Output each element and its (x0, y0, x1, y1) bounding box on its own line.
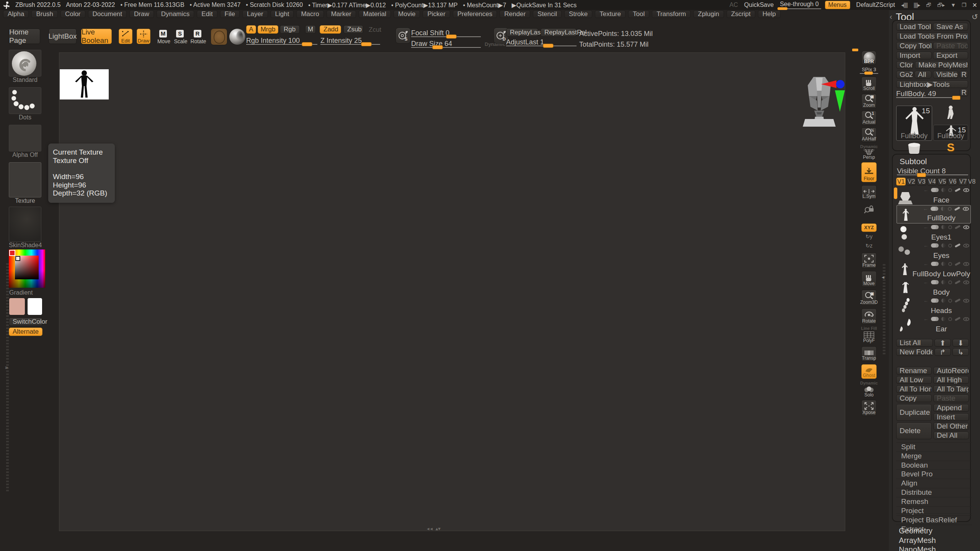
focal-shift-handle[interactable] (446, 34, 457, 39)
close-icon[interactable]: ✕ (972, 2, 977, 9)
rgb-button[interactable]: Rgb (280, 25, 300, 34)
see-through-handle[interactable] (777, 7, 787, 10)
color-picker[interactable] (9, 249, 45, 288)
subtool-row-body[interactable]: ← Body (897, 279, 971, 297)
visible-count-handle[interactable] (917, 173, 926, 177)
tab-v5[interactable]: V5 (938, 178, 947, 186)
visibility-eye-icon[interactable] (963, 262, 969, 266)
floor-button[interactable]: Floor (861, 162, 877, 182)
actual-size-button[interactable]: 1Actual (861, 111, 877, 126)
zsub-button[interactable]: Zsub (343, 25, 363, 34)
quicksave-button[interactable]: QuickSave (744, 2, 774, 8)
op-boolean[interactable]: Boolean (896, 461, 972, 469)
menu-preferences[interactable]: Preferences (453, 10, 497, 18)
menu-material[interactable]: Material (359, 10, 391, 18)
subtool-row-eyes1[interactable]: ← Eyes1 (897, 224, 971, 242)
adjust-last-handle[interactable] (543, 44, 554, 48)
paste-tool-button[interactable]: Paste Tool (933, 42, 968, 50)
frame-button[interactable]: Frame (861, 253, 877, 269)
restore-icon[interactable]: ❐ (962, 2, 966, 8)
menu-draw[interactable]: Draw (129, 10, 154, 18)
menu-edit[interactable]: Edit (197, 10, 217, 18)
polypaint-icon[interactable] (955, 317, 961, 321)
stroke-selector[interactable]: Dots (9, 87, 41, 121)
switch-color-button[interactable]: SwitchColor (9, 318, 42, 326)
move-down-button[interactable]: ⬇ (952, 339, 969, 347)
make-polymesh3d-button[interactable]: Make PolyMesh3D (915, 61, 968, 69)
export-button[interactable]: Export (933, 52, 968, 59)
visibility-eye-icon[interactable] (963, 317, 969, 321)
window-layout-icon[interactable]: 🗗 (926, 2, 931, 8)
polypaint-icon[interactable] (955, 188, 961, 192)
z-intensity-slider[interactable]: Z Intensity 25 (320, 37, 380, 46)
m-button[interactable]: M (305, 25, 316, 34)
tool-thumbnail-dog[interactable]: Dog (933, 105, 968, 124)
adjust-last-slider[interactable]: AdjustLast 1 (506, 38, 577, 47)
menu-macro[interactable]: Macro (296, 10, 323, 18)
polypaint-icon[interactable] (955, 262, 961, 266)
move-up-button[interactable]: ⬆ (934, 339, 951, 347)
local-transform-lock-button[interactable] (861, 202, 877, 217)
current-material-sphere[interactable] (229, 28, 246, 45)
visibility-eye-icon[interactable] (963, 207, 969, 211)
all-to-target-button[interactable]: All To Target (933, 385, 969, 393)
brush-selector[interactable]: Standard (9, 50, 41, 83)
del-other-button[interactable]: Del Other (933, 422, 969, 430)
section-arraymesh[interactable]: ArrayMesh (899, 536, 936, 545)
collapse-right-tray-icon[interactable]: ||||▸ (914, 2, 920, 8)
paste-subtool-button[interactable]: Paste (933, 395, 969, 402)
op-merge[interactable]: Merge (896, 452, 972, 460)
zoom-button[interactable]: ▣Zoom (861, 94, 877, 109)
menu-stencil[interactable]: Stencil (533, 10, 562, 18)
alternate-button[interactable]: Alternate (9, 328, 42, 336)
bpr-render-button[interactable]: BPR (861, 51, 877, 65)
visibility-eye-icon[interactable] (963, 225, 969, 229)
polypaint-icon[interactable] (954, 207, 960, 211)
menu-stroke[interactable]: Stroke (564, 10, 592, 18)
menu-light[interactable]: Light (271, 10, 294, 18)
subtool-row-ear[interactable]: ← Ear (897, 316, 971, 334)
collapse-left-tray-icon[interactable]: ◂|||| (901, 2, 908, 8)
xyz-rotation-button[interactable]: XYZ (861, 223, 877, 232)
home-page-button[interactable]: Home Page (9, 29, 40, 44)
replay-last-rel-button[interactable]: ReplayLastRel (541, 28, 577, 37)
draw-size-handle[interactable] (432, 45, 443, 49)
op-bevel-pro[interactable]: Bevel Pro (896, 469, 972, 478)
goz-all-button[interactable]: All (915, 71, 931, 78)
z-rotation-button[interactable]: ↻z (862, 243, 876, 249)
subtool-row-fullbody[interactable]: ← FullBody (897, 205, 971, 223)
solo-button[interactable]: Solo (861, 385, 877, 398)
canvas-scrollbar[interactable]: ◂◂ ▴▾ (427, 526, 441, 531)
visible-count-slider[interactable]: Visible Count 8 (897, 167, 968, 175)
save-as-button[interactable]: Save As (933, 23, 968, 31)
document-canvas[interactable]: ◂◂ ▴▾ (59, 52, 845, 531)
tab-v1[interactable]: V1 (896, 178, 906, 186)
rotate-button[interactable]: R Rotate (190, 30, 207, 44)
default-zscript-button[interactable]: DefaultZScript (856, 2, 895, 8)
rename-button[interactable]: Rename (896, 367, 932, 375)
polyframe-button[interactable]: PolyF (861, 331, 877, 344)
tab-v7[interactable]: V7 (958, 178, 968, 186)
load-tools-from-project-button[interactable]: Load Tools From Project (896, 33, 968, 40)
alpha-mode-button[interactable]: A (246, 25, 256, 34)
subtool-row-heads[interactable]: ← Heads (897, 297, 971, 316)
scroll-button[interactable]: Scroll (861, 77, 877, 92)
tab-v6[interactable]: V6 (948, 178, 957, 186)
clone-button[interactable]: Clone (896, 61, 913, 69)
polypaint-icon[interactable] (955, 298, 961, 303)
xpose-button[interactable]: Xpose (861, 400, 877, 416)
right-tray-divider-arrow[interactable]: ◂ (882, 274, 884, 280)
tab-v8[interactable]: V8 (969, 178, 975, 186)
menu-movie[interactable]: Movie (394, 10, 420, 18)
lightbox-tools-button[interactable]: Lightbox▶Tools (896, 80, 968, 88)
zoom3d-button[interactable]: ▣Zoom3D (861, 290, 877, 306)
menu-alpha[interactable]: Alpha (3, 10, 29, 18)
edit-button[interactable]: Edit (119, 29, 132, 44)
rgb-intensity-slider[interactable]: Rgb Intensity 100 (246, 37, 317, 46)
rgb-intensity-handle[interactable] (302, 42, 312, 46)
goz-visible-button[interactable]: Visible (933, 71, 958, 78)
gradient-label[interactable]: Gradient (5, 289, 38, 296)
polypaint-icon[interactable] (955, 225, 961, 229)
append-button[interactable]: Append (933, 404, 969, 412)
delete-button[interactable]: Delete (896, 422, 932, 439)
